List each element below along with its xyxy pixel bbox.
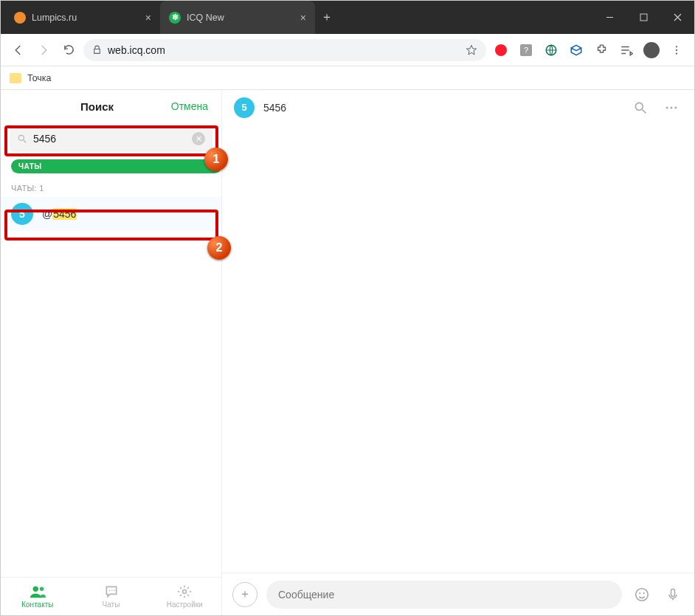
titlebar: Lumpics.ru × ✽ ICQ New × ＋ [1,1,694,34]
sidebar-footer: Контакты Чаты Настройки [1,577,221,615]
footer-tab-contacts[interactable]: Контакты [1,578,75,615]
svg-point-14 [114,590,115,592]
playlist-icon[interactable] [616,40,637,60]
footer-tab-settings[interactable]: Настройки [148,578,221,615]
svg-point-5 [676,46,677,47]
profile-avatar[interactable] [641,40,662,60]
bookmarks-bar: Точка [1,66,694,90]
tab-lumpics[interactable]: Lumpics.ru × [5,1,160,34]
add-tab-button[interactable]: ＋ [315,1,339,34]
footer-tab-chats[interactable]: Чаты [75,578,148,615]
bookmark-item[interactable]: Точка [27,73,52,83]
composer: ＋ [222,572,694,615]
svg-point-19 [671,106,673,108]
footer-label: Настройки [167,601,203,609]
svg-point-21 [636,588,649,601]
kebab-menu-icon[interactable] [666,40,687,60]
footer-label: Контакты [21,601,53,609]
svg-line-9 [24,140,27,143]
peer-name[interactable]: 5456 [263,102,286,114]
globe-ext-icon[interactable] [541,40,561,60]
chat-icon [103,584,120,599]
extensions-icon[interactable] [591,40,612,60]
clear-search-icon[interactable]: ✕ [192,132,205,145]
back-button[interactable] [8,40,29,60]
sidebar: Поиск Отмена ✕ ЧАТЫ ЧАТЫ: 1 5 @5456 1 2 [1,90,222,615]
emoji-icon[interactable] [631,584,653,606]
svg-point-12 [108,590,110,592]
chat-header: 5 5456 [222,90,694,125]
attach-button[interactable]: ＋ [232,582,257,607]
lock-icon [92,45,102,55]
cancel-button[interactable]: Отмена [171,100,208,112]
section-label: ЧАТЫ: 1 [11,184,221,193]
browser-toolbar: web.icq.com ? [1,34,694,66]
svg-point-11 [40,587,44,592]
svg-rect-24 [671,589,675,596]
tab-icq[interactable]: ✽ ICQ New × [160,1,315,34]
svg-point-13 [111,590,113,592]
svg-point-6 [676,49,677,50]
svg-point-15 [183,590,187,594]
app-content: Поиск Отмена ✕ ЧАТЫ ЧАТЫ: 1 5 @5456 1 2 [1,90,694,615]
minimize-button[interactable] [592,1,626,34]
search-box[interactable]: ✕ [10,125,212,152]
tab-strip: Lumpics.ru × ✽ ICQ New × ＋ [1,1,592,34]
svg-rect-1 [640,14,647,21]
opera-ext-icon[interactable] [491,40,511,60]
close-window-button[interactable] [660,1,694,34]
search-icon [17,134,27,144]
close-tab-icon[interactable]: × [145,12,151,24]
gear-icon [176,584,193,599]
maximize-button[interactable] [626,1,660,34]
favicon-icq: ✽ [169,12,181,24]
footer-label: Чаты [103,601,120,609]
contacts-icon [30,584,46,599]
reload-button[interactable] [58,40,79,60]
folder-icon [10,73,21,83]
chat-panel: 5 5456 ＋ [222,90,694,615]
search-in-chat-icon[interactable] [629,97,651,119]
svg-point-18 [666,106,668,108]
filter-chip-chats[interactable]: ЧАТЫ [11,159,221,173]
svg-point-16 [635,103,643,110]
tab-title: ICQ New [187,13,294,23]
svg-point-22 [639,592,640,594]
svg-line-17 [643,109,646,113]
svg-point-20 [674,106,677,108]
mic-icon[interactable] [662,584,684,606]
box-ext-icon[interactable] [566,40,587,60]
peer-avatar[interactable]: 5 [234,97,255,118]
search-input[interactable] [33,133,186,145]
chat-body [222,125,694,572]
message-input-wrapper[interactable] [266,581,622,609]
sidebar-header: Поиск Отмена [1,90,221,122]
result-label: @5456 [42,208,77,220]
forward-button[interactable] [33,40,54,60]
search-result-item[interactable]: 5 @5456 [1,197,221,231]
close-tab-icon[interactable]: × [300,12,306,24]
svg-point-10 [32,586,38,592]
help-ext-icon[interactable]: ? [516,40,536,60]
sidebar-title: Поиск [80,100,114,113]
tab-title: Lumpics.ru [32,13,139,23]
message-input[interactable] [278,589,610,601]
svg-point-8 [18,135,24,140]
star-icon[interactable] [466,44,477,56]
favicon-lumpics [14,12,26,24]
address-bar[interactable]: web.icq.com [83,39,486,61]
more-icon[interactable] [660,97,682,119]
svg-point-23 [643,592,645,594]
svg-point-7 [676,52,677,54]
url-text: web.icq.com [108,44,165,56]
avatar: 5 [11,203,33,225]
window-controls [592,1,694,34]
